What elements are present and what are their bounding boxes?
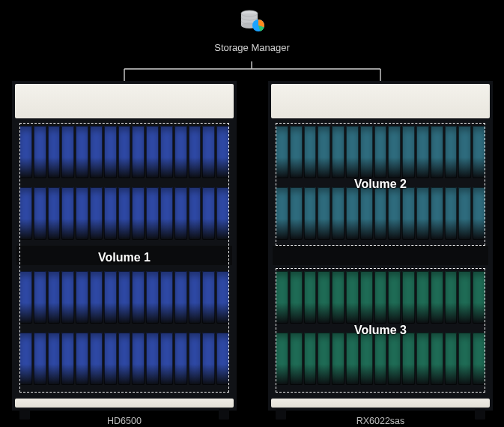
drive-slot bbox=[416, 187, 429, 240]
drive-slot bbox=[276, 333, 288, 385]
drive-slot bbox=[104, 271, 117, 324]
device-top-panel bbox=[271, 84, 490, 118]
drive-slot bbox=[304, 126, 317, 178]
drive-slot bbox=[90, 333, 103, 385]
drive-slot bbox=[402, 187, 415, 240]
drive-slot bbox=[416, 333, 429, 385]
drive-slot bbox=[431, 187, 443, 240]
drive-slot bbox=[360, 187, 373, 240]
drive-slot bbox=[61, 126, 74, 178]
drive-slot bbox=[290, 126, 303, 178]
drive-slot bbox=[388, 126, 401, 178]
drive-slot bbox=[76, 187, 88, 240]
drive-slot bbox=[304, 187, 317, 240]
drive-slot bbox=[346, 126, 359, 178]
drive-slot bbox=[61, 271, 74, 324]
drive-slot bbox=[318, 126, 330, 178]
drive-slot bbox=[34, 187, 46, 240]
drive-slot bbox=[104, 333, 117, 385]
drive-slot bbox=[332, 126, 344, 178]
drive-slot bbox=[146, 187, 159, 240]
drive-slot bbox=[416, 271, 429, 324]
drive-row bbox=[16, 268, 232, 327]
drive-slot bbox=[276, 271, 288, 324]
drive-slot bbox=[61, 187, 74, 240]
drive-slot bbox=[458, 126, 471, 178]
device-caption: RX6022sas bbox=[268, 416, 493, 426]
drive-row bbox=[273, 184, 488, 243]
drive-slot bbox=[189, 187, 201, 240]
drive-row bbox=[16, 123, 232, 181]
drive-slot bbox=[189, 126, 201, 178]
drive-slot bbox=[473, 271, 485, 324]
drive-slot bbox=[388, 271, 401, 324]
drive-slot bbox=[48, 271, 61, 324]
device-bottom-lip bbox=[271, 399, 490, 408]
drive-slot bbox=[388, 187, 401, 240]
drive-slot bbox=[290, 271, 303, 324]
drive-row bbox=[273, 268, 488, 327]
drive-slot bbox=[189, 333, 201, 385]
drive-slot bbox=[132, 187, 145, 240]
drive-slot bbox=[104, 126, 117, 178]
drive-slot bbox=[276, 126, 288, 178]
drive-bay-area bbox=[273, 123, 488, 396]
drive-slot bbox=[174, 271, 187, 324]
drive-slot bbox=[48, 187, 61, 240]
drive-slot bbox=[160, 187, 173, 240]
drive-slot bbox=[90, 187, 103, 240]
drive-slot bbox=[318, 333, 330, 385]
drive-slot bbox=[346, 271, 359, 324]
drive-slot bbox=[445, 333, 458, 385]
drive-slot bbox=[332, 333, 344, 385]
drive-slot bbox=[76, 271, 88, 324]
drive-slot bbox=[19, 333, 32, 385]
drive-slot bbox=[276, 187, 288, 240]
drive-slot bbox=[216, 271, 229, 324]
drive-slot bbox=[19, 271, 32, 324]
drive-slot bbox=[431, 126, 443, 178]
drive-slot bbox=[473, 187, 485, 240]
drive-slot bbox=[174, 187, 187, 240]
drive-slot bbox=[216, 126, 229, 178]
drive-row bbox=[16, 184, 232, 243]
drive-slot bbox=[374, 187, 387, 240]
drive-slot bbox=[104, 187, 117, 240]
drive-slot bbox=[202, 187, 215, 240]
drive-slot bbox=[346, 333, 359, 385]
drive-bay-area bbox=[16, 123, 232, 396]
drive-slot bbox=[473, 126, 485, 178]
device-top-panel bbox=[15, 84, 234, 118]
drive-slot bbox=[216, 333, 229, 385]
drive-slot bbox=[290, 333, 303, 385]
drive-slot bbox=[61, 333, 74, 385]
drive-slot bbox=[431, 271, 443, 324]
drive-row bbox=[273, 330, 488, 388]
drive-slot bbox=[202, 271, 215, 324]
drive-slot bbox=[318, 187, 330, 240]
drive-slot bbox=[76, 333, 88, 385]
drive-slot bbox=[458, 271, 471, 324]
drive-slot bbox=[458, 333, 471, 385]
drive-slot bbox=[216, 187, 229, 240]
drive-slot bbox=[360, 271, 373, 324]
drive-slot bbox=[34, 126, 46, 178]
drive-slot bbox=[360, 126, 373, 178]
drive-slot bbox=[473, 333, 485, 385]
drive-slot bbox=[402, 333, 415, 385]
drive-slot bbox=[146, 271, 159, 324]
drive-slot bbox=[458, 187, 471, 240]
drive-slot bbox=[132, 126, 145, 178]
drive-slot bbox=[202, 126, 215, 178]
drive-slot bbox=[160, 126, 173, 178]
drive-slot bbox=[318, 271, 330, 324]
drive-slot bbox=[76, 126, 88, 178]
drive-slot bbox=[189, 271, 201, 324]
drive-slot bbox=[346, 187, 359, 240]
device-caption: HD6500 bbox=[12, 416, 237, 426]
chassis-midbar bbox=[273, 246, 488, 265]
device-hd6500: Volume 1 bbox=[12, 81, 237, 411]
drive-slot bbox=[445, 271, 458, 324]
drive-row bbox=[16, 330, 232, 388]
drive-slot bbox=[174, 333, 187, 385]
